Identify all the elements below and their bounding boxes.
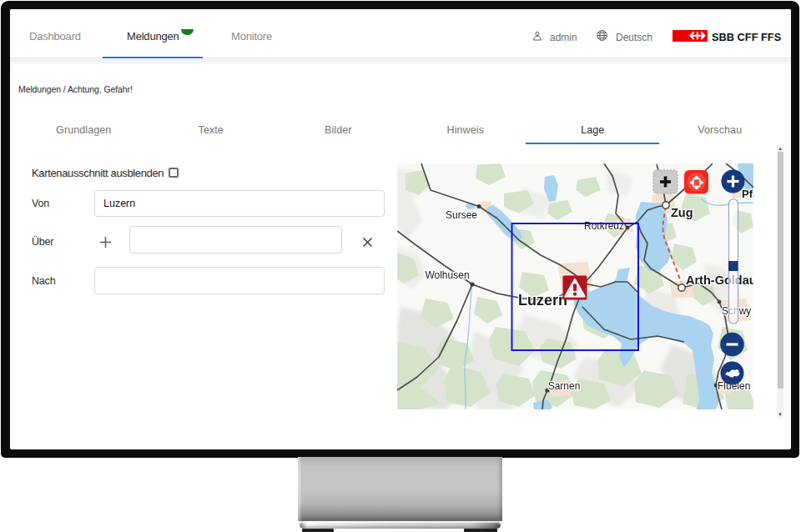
svg-text:Wolhusen: Wolhusen [425,269,469,281]
svg-text:Rotkreuz: Rotkreuz [584,220,624,232]
svg-text:Pf: Pf [742,188,753,200]
svg-text:Sarnen: Sarnen [548,380,581,392]
svg-text:Arth-Goldau: Arth-Goldau [686,274,753,287]
svg-text:Luzern: Luzern [518,292,567,309]
svg-text:Zug: Zug [671,206,693,219]
svg-text:Sursee: Sursee [446,209,477,221]
